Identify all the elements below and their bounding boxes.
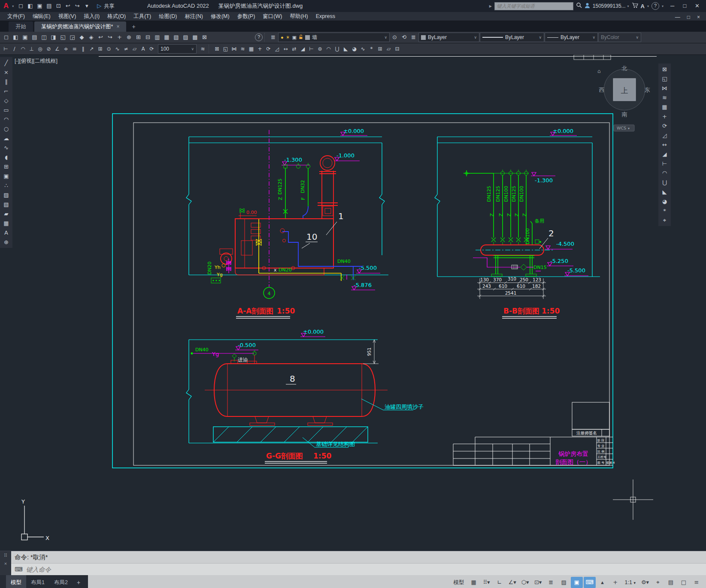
annotation-autoscale-icon[interactable]: + [609, 577, 621, 588]
dim-style-icon[interactable]: ≋ [199, 44, 207, 54]
design-center-icon[interactable]: ▦ [162, 33, 171, 42]
layer-properties-icon[interactable]: ≣ [269, 33, 278, 42]
layer-combo-caret-icon[interactable]: ∨ [384, 35, 387, 39]
autodesk-apps-icon[interactable]: A [641, 3, 645, 9]
zoom-realtime-icon[interactable]: ⊕ [124, 33, 133, 42]
make-block-icon[interactable]: ▣ [1, 172, 12, 181]
move-icon[interactable]: + [256, 44, 264, 54]
stretch-icon[interactable]: ↔ [660, 140, 670, 149]
lengthen-icon[interactable]: ⇄ [290, 44, 298, 54]
layout-tab-layout2[interactable]: 布局2 [49, 575, 73, 588]
save-icon[interactable]: ▣ [21, 33, 30, 42]
viewcube[interactable]: 上 北 南 西 东 ⌂ [597, 65, 650, 118]
search-icon[interactable] [576, 2, 582, 10]
doc-restore-button[interactable]: □ [684, 14, 694, 20]
revcloud-icon[interactable]: ☁ [1, 134, 12, 143]
app-store-cart-icon[interactable] [632, 2, 638, 10]
block-editor-icon[interactable]: ◈ [87, 33, 96, 42]
dim-angular-icon[interactable]: ∠ [53, 44, 61, 54]
add-selected-icon[interactable]: ⊕ [1, 238, 12, 247]
drawing-canvas[interactable]: [-][俯视][二维线框] ╱×∥⌐◇▭◠○☁∿◖⊞▣∴▨▧▰▦A⊕ ⊠◱⋈≋▦… [0, 55, 706, 551]
quick-dim-icon[interactable]: ≑ [62, 44, 70, 54]
viewcube-west-label[interactable]: 西 [599, 87, 605, 93]
polyline-icon[interactable]: ⌐ [1, 87, 12, 96]
color-caret-icon[interactable]: ∨ [474, 35, 477, 39]
copy-icon[interactable]: ◱ [660, 74, 670, 83]
dim-update-icon[interactable]: ⟳ [148, 44, 156, 54]
customize-icon[interactable]: ≡ [691, 577, 703, 588]
menu-insert[interactable]: 插入(I) [80, 12, 103, 21]
mtext-icon[interactable]: A [1, 228, 12, 237]
annotation-monitor-icon[interactable]: ⌖ [652, 577, 664, 588]
menu-draw[interactable]: 绘图(D) [155, 12, 181, 21]
chamfer-icon[interactable]: ◣ [342, 44, 350, 54]
extend-icon[interactable]: ⊢ [307, 44, 315, 54]
layout-tab-layout1[interactable]: 布局1 [26, 575, 49, 588]
dim-diameter-icon[interactable]: ⊘ [45, 44, 53, 54]
menu-window[interactable]: 窗口(W) [259, 12, 286, 21]
layer-previous-icon[interactable]: ⟲ [400, 33, 409, 42]
dim-break-icon[interactable]: ≠ [122, 44, 130, 54]
dim-jog-icon[interactable]: ∿ [113, 44, 121, 54]
open-file-icon[interactable]: ◧ [26, 1, 34, 11]
copy-icon[interactable]: ◱ [221, 44, 230, 54]
doc-minimize-button[interactable]: — [672, 14, 684, 20]
dim-continue-icon[interactable]: ∥ [79, 44, 87, 54]
menu-tools[interactable]: 工具(T) [130, 12, 155, 21]
explode-icon[interactable]: * [367, 44, 376, 54]
model-space[interactable]: 4 ±0.000 -1.300 -1.000 -5.500 -5.876 DN1… [0, 55, 706, 551]
dim-radius-icon[interactable]: ◎ [36, 44, 44, 54]
make-layer-current-icon[interactable]: ⊙ [390, 33, 399, 42]
autocad-logo-icon[interactable]: A [3, 2, 9, 10]
wcs-dropdown[interactable]: WCS ▾ [614, 125, 634, 131]
redo-icon[interactable]: ↪ [106, 33, 115, 42]
mirror-icon[interactable]: ⋈ [660, 84, 670, 93]
move-icon[interactable]: + [660, 112, 670, 121]
command-close-icon[interactable]: × [4, 561, 7, 566]
scale-icon[interactable]: ◿ [273, 44, 281, 54]
join-icon[interactable]: ⋃ [660, 178, 670, 187]
help-caret-icon[interactable]: ▾ [662, 4, 664, 8]
plot-preview-icon[interactable]: ◫ [39, 33, 48, 42]
properties-icon[interactable]: ▥ [153, 33, 162, 42]
dim-baseline-icon[interactable]: ≡ [70, 44, 79, 54]
polygon-icon[interactable]: ◇ [1, 96, 12, 105]
plot-icon[interactable]: ▤ [30, 33, 39, 42]
dim-tolerance-icon[interactable]: ⊞ [96, 44, 104, 54]
zoom-window-icon[interactable]: ⊞ [134, 33, 143, 42]
copy-clip-icon[interactable]: ◱ [58, 33, 67, 42]
break-icon[interactable]: ◠ [324, 44, 333, 54]
dim-leader-icon[interactable]: ↗ [88, 44, 96, 54]
clean-screen-icon[interactable]: □ [678, 577, 690, 588]
object-snap-icon[interactable]: ⊡▾ [532, 577, 544, 588]
dim-linear-icon[interactable]: ⊢ [2, 44, 10, 54]
command-grip-icon[interactable]: ⠿ [4, 553, 7, 558]
calculator-icon[interactable]: ⊠ [200, 33, 209, 42]
command-input-icon[interactable]: ⌨ [15, 566, 23, 573]
quick-properties-icon[interactable]: ▤ [665, 577, 677, 588]
annotation-scale-value[interactable]: 1:1 ▾ [622, 579, 638, 585]
rotate-icon[interactable]: ⟳ [264, 44, 273, 54]
color-combo[interactable]: ByLayer ∨ [418, 33, 479, 42]
account-menu[interactable]: 1505999135...▾ [593, 3, 629, 9]
sheet-set-icon[interactable]: ▨ [181, 33, 190, 42]
tab-active-document[interactable]: 某锅炉房燃油蒸汽锅炉设计图*× [34, 21, 126, 32]
ellipse-icon[interactable]: ◖ [1, 153, 12, 162]
polar-tracking-icon[interactable]: ∠▾ [506, 577, 518, 588]
model-space-label[interactable]: 模型 [454, 579, 464, 586]
maximize-button[interactable]: □ [679, 0, 691, 12]
linetype-caret-icon[interactable]: ∨ [539, 35, 542, 39]
offset-icon[interactable]: ≋ [239, 44, 247, 54]
match-properties-icon[interactable]: ◆ [77, 33, 86, 42]
new-file-icon[interactable]: ◻ [16, 1, 25, 11]
layer-combo[interactable]: ● ☀ ▣ 墙 ∨ [278, 33, 390, 42]
save-icon[interactable]: ▣ [35, 1, 44, 11]
apps-caret-icon[interactable]: ▾ [647, 4, 649, 8]
dim-scale-combo[interactable]: 100 ∨ [158, 44, 197, 54]
table-icon[interactable]: ▦ [1, 219, 12, 228]
transparency-icon[interactable]: ▨ [558, 577, 570, 588]
qat-customize-icon[interactable]: ▾ [82, 1, 91, 11]
insert-block-icon[interactable]: ⊞ [1, 162, 12, 171]
undo-icon[interactable]: ↩ [96, 33, 105, 42]
menu-edit[interactable]: 编辑(E) [29, 12, 55, 21]
